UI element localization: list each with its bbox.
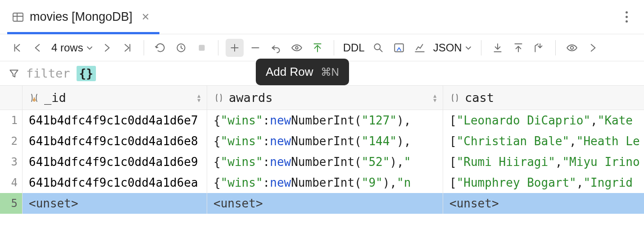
cell-awards[interactable]: {"wins": new NumberInt("9"), "n xyxy=(207,172,443,193)
row-count[interactable]: 4 rows xyxy=(50,41,95,54)
download-button[interactable] xyxy=(489,39,507,57)
import-button[interactable] xyxy=(530,39,548,57)
cell-id[interactable]: 641b4dfc4f9c1c0dd4a1d6e9 xyxy=(23,152,207,172)
add-row-tooltip: Add Row ⌘N xyxy=(256,59,349,85)
row-number: 4 xyxy=(0,172,23,193)
table-row[interactable]: 3641b4dfc4f9c1c0dd4a1d6e9{"wins": new Nu… xyxy=(0,152,644,172)
column-header-cast[interactable]: cast xyxy=(443,86,644,110)
cell-cast[interactable]: <unset> xyxy=(443,193,644,214)
sort-icon[interactable]: ▴▾ xyxy=(196,93,201,102)
object-icon xyxy=(449,92,460,103)
cell-id[interactable]: 641b4dfc4f9c1c0dd4a1d6ea xyxy=(23,172,207,193)
stop-button[interactable] xyxy=(193,39,211,57)
row-number: 5 xyxy=(0,193,23,214)
cell-id[interactable]: <unset> xyxy=(23,193,207,214)
prev-page-button[interactable] xyxy=(29,39,47,57)
column-header-awards[interactable]: awards ▴▾ xyxy=(207,86,443,110)
header-row: _id ▴▾ awards ▴▾ cast xyxy=(0,86,644,110)
svg-point-8 xyxy=(570,46,573,49)
row-number: 2 xyxy=(0,131,23,152)
history-button[interactable] xyxy=(172,39,190,57)
filter-icon[interactable] xyxy=(8,68,20,79)
svg-rect-0 xyxy=(13,13,23,21)
ddl-button[interactable]: DDL xyxy=(341,39,367,57)
svg-point-6 xyxy=(374,44,380,50)
preview-button[interactable] xyxy=(288,39,306,57)
filter-pane-button[interactable] xyxy=(390,39,408,57)
cell-awards[interactable]: {"wins": new NumberInt("127"), xyxy=(207,110,443,131)
view-button[interactable] xyxy=(563,39,581,57)
toolbar: 4 rows DDL JSON xyxy=(0,34,644,61)
chevron-down-icon xyxy=(86,44,93,51)
column-header-id[interactable]: _id ▴▾ xyxy=(23,86,207,110)
cell-awards[interactable]: <unset> xyxy=(207,193,443,214)
cell-cast[interactable]: ["Rumi Hiiragi", "Miyu Irino xyxy=(443,152,644,172)
delete-row-button[interactable] xyxy=(246,39,264,57)
row-number: 1 xyxy=(0,110,23,131)
cell-id[interactable]: 641b4dfc4f9c1c0dd4a1d6e7 xyxy=(23,110,207,131)
upload-button[interactable] xyxy=(509,39,527,57)
search-button[interactable] xyxy=(369,39,387,57)
add-row-button[interactable] xyxy=(226,39,244,57)
cell-cast[interactable]: ["Leonardo DiCaprio", "Kate xyxy=(443,110,644,131)
table-row[interactable]: 4641b4dfc4f9c1c0dd4a1d6ea{"wins": new Nu… xyxy=(0,172,644,193)
cell-awards[interactable]: {"wins": new NumberInt("144"), xyxy=(207,131,443,152)
cell-cast[interactable]: ["Christian Bale", "Heath Le xyxy=(443,131,644,152)
tab-movies[interactable]: movies [MongoDB] ✕ xyxy=(7,0,159,34)
cell-id[interactable]: 641b4dfc4f9c1c0dd4a1d6e8 xyxy=(23,131,207,152)
tab-title: movies [MongoDB] xyxy=(30,10,132,24)
cell-cast[interactable]: ["Humphrey Bogart", "Ingrid xyxy=(443,172,644,193)
cell-awards[interactable]: {"wins": new NumberInt("52"), " xyxy=(207,152,443,172)
table-icon xyxy=(12,11,24,23)
tab-bar: movies [MongoDB] ✕ xyxy=(0,0,644,34)
next-page-button[interactable] xyxy=(98,39,116,57)
data-grid: _id ▴▾ awards ▴▾ cast 1641b4dfc4f9c1c0dd… xyxy=(0,86,644,214)
svg-rect-4 xyxy=(199,45,204,51)
object-icon xyxy=(213,92,224,103)
close-icon[interactable]: ✕ xyxy=(138,9,153,25)
refresh-button[interactable] xyxy=(151,39,169,57)
new-row[interactable]: 5 <unset> <unset> <unset> xyxy=(0,193,644,214)
table-row[interactable]: 1641b4dfc4f9c1c0dd4a1d6e7{"wins": new Nu… xyxy=(0,110,644,131)
chart-button[interactable] xyxy=(411,39,429,57)
gutter-header xyxy=(0,86,23,110)
last-page-button[interactable] xyxy=(118,39,136,57)
row-number: 3 xyxy=(0,152,23,172)
expand-button[interactable] xyxy=(584,39,602,57)
format-selector[interactable]: JSON xyxy=(431,41,474,54)
filter-input[interactable]: filter xyxy=(26,66,70,80)
svg-point-5 xyxy=(295,46,298,49)
more-icon[interactable] xyxy=(622,8,631,26)
sort-icon[interactable]: ▴▾ xyxy=(432,93,437,102)
key-icon xyxy=(29,92,40,103)
tooltip-label: Add Row xyxy=(266,65,313,79)
first-page-button[interactable] xyxy=(8,39,26,57)
submit-button[interactable] xyxy=(308,39,327,57)
svg-point-9 xyxy=(33,99,35,101)
filter-braces-badge[interactable]: {} xyxy=(77,66,96,81)
tooltip-shortcut: ⌘N xyxy=(321,66,339,78)
revert-button[interactable] xyxy=(267,39,285,57)
table-row[interactable]: 2641b4dfc4f9c1c0dd4a1d6e8{"wins": new Nu… xyxy=(0,131,644,152)
chevron-down-icon xyxy=(465,44,472,51)
